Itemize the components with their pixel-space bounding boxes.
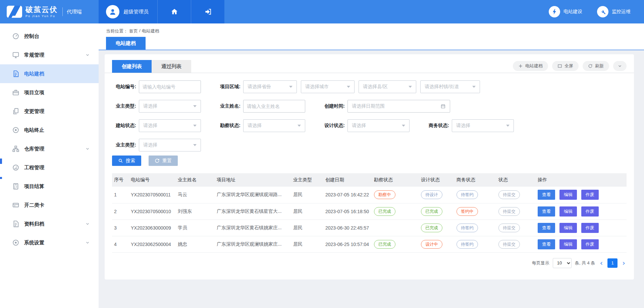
caret-down-icon [347, 86, 350, 88]
caret-down-icon [193, 125, 197, 127]
caret-down-icon [298, 125, 301, 127]
sidebar-item-project-settlement[interactable]: 项目结算 [0, 177, 99, 196]
filter-label-owner-type2: 业主类型: [112, 142, 136, 148]
plus-icon [518, 64, 523, 68]
view-button[interactable]: 查看 [538, 190, 555, 200]
nav-label: 监控运维 [612, 9, 631, 15]
monitor-icon [12, 51, 19, 59]
sidebar-item-system-settings[interactable]: 系统设置 [0, 233, 99, 252]
refresh-icon [588, 64, 593, 68]
business-status-badge: 签约中 [457, 207, 478, 216]
list-tabs-row: 创建列表 通过列表 电站建档 全屏 刷新 [105, 54, 634, 73]
logout-button[interactable] [191, 0, 224, 23]
avatar [106, 5, 119, 18]
edit-button[interactable]: 编辑 [559, 190, 577, 200]
nav-monitor-ops[interactable]: 监控运维 [597, 6, 631, 17]
edit-button[interactable]: 编辑 [559, 239, 577, 249]
chevron-down-icon [85, 53, 90, 57]
county-select[interactable]: 请选择县/区 [359, 80, 416, 93]
edit-button[interactable]: 编辑 [559, 223, 577, 233]
survey-status-badge: 勘察中 [374, 190, 395, 199]
sidebar-scrollbar [0, 177, 2, 179]
per-page-label: 每页显示 [532, 260, 549, 266]
nav-label: 电站建设 [564, 9, 582, 15]
page-tab[interactable]: 电站建档 [106, 37, 146, 50]
sidebar-item-project-initiation[interactable]: 项目立项 [0, 83, 99, 102]
total-count-label: 条, 共 4 条 [575, 260, 595, 266]
main-area: 当前位置： 首页 / 电站建档 电站建档 创建列表 通过列表 电站建档 [99, 23, 644, 308]
breadcrumb-home[interactable]: 首页 [129, 28, 138, 34]
sidebar-item-class2-card[interactable]: 开二类卡 [0, 196, 99, 214]
home-button[interactable] [157, 0, 191, 23]
void-button[interactable]: 作废 [581, 190, 599, 200]
sidebar-item-station-archive[interactable]: 电站建档 [0, 64, 99, 83]
caret-down-icon [472, 86, 476, 88]
business-status-select[interactable]: 请选择 [452, 119, 514, 132]
province-select[interactable]: 请选择省份 [243, 80, 297, 93]
void-button[interactable]: 作废 [581, 239, 599, 249]
brand: 破茧云伏 Po Jian Yun Fu 代理端 [0, 0, 99, 23]
next-page-button[interactable]: › [621, 259, 627, 267]
owner-type-select[interactable]: 请选择 [139, 100, 201, 113]
filter-label-business-status: 商务状态: [425, 123, 449, 129]
reset-button[interactable]: 重置 [149, 156, 178, 166]
wrench-icon [597, 6, 608, 17]
edit-button[interactable]: 编辑 [559, 206, 577, 217]
view-button[interactable]: 查看 [538, 223, 555, 233]
filter-label-owner-type: 业主类型: [112, 103, 136, 109]
void-button[interactable]: 作废 [581, 206, 599, 217]
reset-icon [155, 158, 160, 163]
owner-name-input[interactable] [243, 100, 305, 113]
status-badge: 待提交 [498, 190, 520, 199]
collapse-button[interactable] [613, 61, 627, 71]
page-size-select[interactable]: 10 [553, 258, 572, 268]
city-select[interactable]: 请选择城市 [301, 80, 355, 93]
table-row: 2 YX2023070500010 刘强东 广东深圳龙华区黄石镇星官大... 居… [112, 203, 627, 220]
tab-passed-list[interactable]: 通过列表 [152, 60, 191, 73]
breadcrumb-bar: 当前位置： 首页 / 电站建档 电站建档 [99, 23, 644, 50]
prev-page-button[interactable]: ‹ [598, 259, 604, 267]
breadcrumb-current: 电站建档 [142, 28, 159, 34]
table-row: 3 YX2023063000009 学员 广东深圳龙华区黄石镇姚家庄... 居民… [112, 220, 627, 236]
copy-icon [12, 108, 19, 115]
filter-label-station-no: 电站编号: [112, 84, 136, 90]
calculator-icon [12, 183, 19, 190]
date-range-input[interactable]: 请选择日期范围 [347, 100, 450, 113]
town-select[interactable]: 请选择村镇/街道 [420, 80, 480, 93]
station-no-input[interactable] [139, 80, 201, 93]
filter-label-region: 项目区域: [216, 84, 240, 90]
void-button[interactable]: 作废 [581, 223, 599, 233]
survey-status-select[interactable]: 请选择 [243, 119, 305, 132]
view-button[interactable]: 查看 [538, 239, 555, 249]
user-menu[interactable]: 超级管理员 [99, 0, 157, 23]
sidebar-item-data-archive[interactable]: 资料归档 [0, 214, 99, 233]
sitemap-icon [12, 145, 19, 152]
nav-station-build[interactable]: 电站建设 [549, 6, 582, 17]
design-status-badge: 设计中 [421, 240, 442, 249]
sidebar-item-console[interactable]: 控制台 [0, 27, 99, 46]
sidebar-item-general-mgmt[interactable]: 常规管理 [0, 46, 99, 64]
breadcrumb-separator: / [139, 28, 141, 34]
refresh-button[interactable]: 刷新 [583, 61, 609, 71]
filter-label-survey-status: 勘察状态: [216, 123, 240, 129]
build-status-select[interactable]: 请选择 [139, 119, 201, 132]
create-station-button[interactable]: 电站建档 [513, 61, 548, 71]
design-status-select[interactable]: 请选择 [347, 119, 410, 132]
filter-label-design-status: 设计状态: [321, 123, 345, 129]
search-button[interactable]: 搜索 [112, 156, 141, 166]
owner-type2-select[interactable]: 请选择 [139, 139, 201, 151]
current-page[interactable]: 1 [607, 258, 618, 268]
design-status-badge: 已完成 [421, 224, 442, 232]
view-button[interactable]: 查看 [538, 206, 555, 217]
fullscreen-button[interactable]: 全屏 [552, 61, 579, 71]
home-icon [170, 8, 178, 16]
dashboard-icon [12, 33, 19, 40]
business-status-badge: 待签约 [457, 224, 478, 232]
settings-icon [12, 239, 19, 246]
survey-status-badge: 已完成 [374, 240, 395, 249]
sidebar-item-engineering-mgmt[interactable]: 工程管理 [0, 158, 99, 177]
sidebar-item-change-mgmt[interactable]: 变更管理 [0, 102, 99, 121]
tab-create-list[interactable]: 创建列表 [112, 60, 152, 73]
sidebar-item-station-terminate[interactable]: 电站终止 [0, 121, 99, 139]
sidebar-item-warehouse-mgmt[interactable]: 仓库管理 [0, 139, 99, 158]
